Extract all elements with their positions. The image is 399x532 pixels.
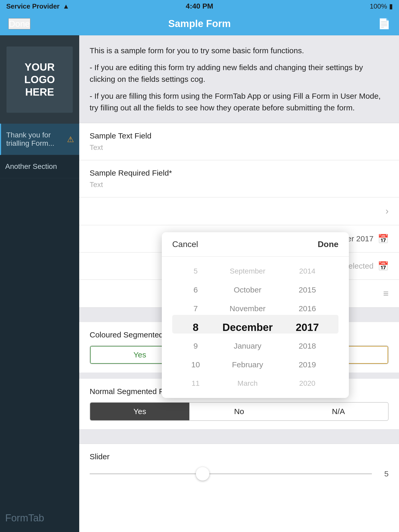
sample-text-input[interactable]: Text <box>90 143 389 152</box>
day-2: 7 <box>180 304 211 313</box>
section-separator-3 <box>79 429 399 444</box>
month-2: November <box>211 304 284 313</box>
month-6: March <box>211 379 284 388</box>
year-4: 2018 <box>284 342 331 350</box>
intro-section: This is a sample form for you to try som… <box>79 35 399 123</box>
share-icon[interactable]: 📄 <box>378 18 391 30</box>
date-row-0: 5 September 2014 <box>162 262 349 281</box>
slider-label: Slider <box>90 452 389 461</box>
normal-yes-button[interactable]: Yes <box>90 403 189 420</box>
slider-fill <box>90 473 203 474</box>
wifi-icon: ▲ <box>63 2 69 10</box>
year-0: 2014 <box>284 267 331 275</box>
year-2: 2016 <box>284 304 331 313</box>
day-0: 5 <box>180 267 211 275</box>
day-4: 9 <box>180 342 211 350</box>
sample-required-label: Sample Required Field* <box>90 169 389 177</box>
intro-line2: - If you are editing this form try addin… <box>90 62 389 85</box>
warning-icon: ⚠ <box>67 135 74 144</box>
slider-track[interactable] <box>90 473 372 474</box>
date-picker-popup[interactable]: Cancel Done 5 September 2014 6 October <box>162 232 349 398</box>
logo-area: YOURLOGOHERE <box>0 35 79 124</box>
sidebar-item-0[interactable]: Thank you for trialling Form... ⚠ <box>0 124 79 155</box>
normal-na-button[interactable]: N/A <box>289 403 388 420</box>
date-picker-done[interactable]: Done <box>318 240 338 249</box>
date-row-5: 10 February 2019 <box>162 355 349 374</box>
day-6: 11 <box>180 379 211 388</box>
date-row-6: 11 March 2020 <box>162 374 349 393</box>
sidebar-item-label-1: Another Section <box>5 162 74 171</box>
list-icon: ≡ <box>383 288 389 299</box>
month-4: January <box>211 342 284 350</box>
status-right: 100% ▮ <box>370 2 393 10</box>
sample-required-field[interactable]: Sample Required Field* Text <box>79 160 399 197</box>
content-area: This is a sample form for you to try som… <box>79 35 399 532</box>
normal-no-button[interactable]: No <box>189 403 289 420</box>
year-3: 2017 <box>284 322 331 333</box>
year-6: 2020 <box>284 379 331 388</box>
slider-row: 5 <box>90 469 389 478</box>
date-picker-cancel[interactable]: Cancel <box>172 240 198 249</box>
date-picker-header: Cancel Done <box>162 232 349 257</box>
arrow-field[interactable]: › <box>79 197 399 225</box>
status-left: Service Provider ▲ <box>6 2 69 10</box>
status-time: 4:40 PM <box>186 0 213 12</box>
month-1: October <box>211 285 284 294</box>
chevron-right-icon: › <box>385 206 389 217</box>
slider-thumb[interactable] <box>196 467 209 481</box>
year-5: 2019 <box>284 360 331 369</box>
calendar-icon-2: 📅 <box>378 261 389 271</box>
sample-required-input[interactable]: Text <box>90 181 389 189</box>
month-3: December <box>211 322 284 333</box>
month-5: February <box>211 360 284 369</box>
sample-text-field[interactable]: Sample Text Field Text <box>79 123 399 160</box>
provider-label: Service Provider <box>6 2 59 10</box>
logo-box: YOURLOGOHERE <box>6 46 73 113</box>
day-5: 10 <box>180 360 211 369</box>
intro-line1: This is a sample form for you to try som… <box>90 45 389 56</box>
status-bar: Service Provider ▲ 4:40 PM 100% ▮ <box>0 0 399 12</box>
sidebar-footer: FormTab <box>0 504 79 532</box>
calendar-icon-1: 📅 <box>378 234 389 244</box>
form-fields-wrapper: Sample Text Field Text Sample Required F… <box>79 123 399 308</box>
navigation-bar: Done Sample Form 📄 <box>0 12 399 35</box>
logo-text: YOURLOGOHERE <box>24 61 55 98</box>
nav-title: Sample Form <box>168 18 231 29</box>
normal-segmented-control[interactable]: Yes No N/A <box>90 402 389 421</box>
date-picker-scroll[interactable]: 5 September 2014 6 October 2015 7 Novemb… <box>162 257 349 398</box>
slider-value: 5 <box>378 469 389 478</box>
slider-section: Slider 5 <box>79 444 399 487</box>
date-row-4: 9 January 2018 <box>162 337 349 355</box>
battery-label: 100% <box>370 2 387 10</box>
sidebar-item-1[interactable]: Another Section <box>0 155 79 178</box>
battery-icon: ▮ <box>389 2 393 10</box>
month-0: September <box>211 267 284 275</box>
day-3: 8 <box>180 322 211 333</box>
intro-line3: - If you are filling this form using the… <box>90 90 389 114</box>
sidebar-item-label-0: Thank you for trialling Form... <box>6 131 63 148</box>
year-1: 2015 <box>284 285 331 294</box>
day-1: 6 <box>180 285 211 294</box>
date-row-1: 6 October 2015 <box>162 281 349 299</box>
done-button[interactable]: Done <box>8 18 30 29</box>
sample-text-label: Sample Text Field <box>90 131 389 140</box>
date-row-2: 7 November 2016 <box>162 299 349 318</box>
sidebar: YOURLOGOHERE Thank you for trialling For… <box>0 35 79 532</box>
date-row-3[interactable]: 8 December 2017 <box>162 318 349 337</box>
main-layout: YOURLOGOHERE Thank you for trialling For… <box>0 35 399 532</box>
